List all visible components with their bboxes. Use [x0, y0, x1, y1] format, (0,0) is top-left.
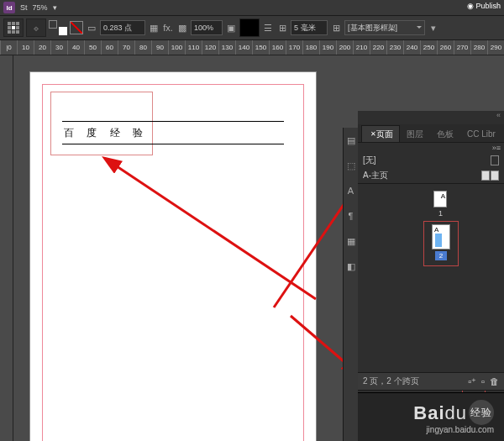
publish-button[interactable]: ◉ Publish: [467, 2, 501, 10]
page-thumb-2[interactable]: A: [432, 224, 450, 249]
ruler-tick: 280: [470, 40, 487, 55]
panel-below: [358, 392, 504, 441]
tab-cc-libraries[interactable]: CC Libr: [460, 125, 502, 142]
page-master-letter: A: [441, 192, 445, 200]
workspace: 百 度 经 验 ▤ ⬚ A ¶ ▦ ◧ « ✕页面 图层 色板 CC Libr …: [0, 55, 504, 441]
ruler-tick: 50: [84, 40, 101, 55]
ruler-tick: 100: [168, 40, 185, 55]
opacity-input[interactable]: 100%: [191, 20, 223, 35]
page-thumb-1[interactable]: A: [433, 191, 447, 207]
ruler-tick: 150: [252, 40, 269, 55]
ruler-tick: 70: [118, 40, 134, 55]
chevron-down-icon[interactable]: ▾: [428, 22, 439, 34]
ruler-tick: 260: [437, 40, 454, 55]
dock-icon[interactable]: A: [344, 178, 358, 203]
control-bar: ⟐ ▭ 0.283 点 ▦ fx. ▩ 100% ▣ ☰ ⊞ 5 毫米 ⊞ [基…: [0, 15, 504, 40]
pages-panel-footer: 2 页，2 个跨页 ▫⁺ ▫ 🗑: [358, 372, 504, 391]
tab-swatches[interactable]: 色板: [430, 125, 460, 142]
page-number-1: 1: [438, 209, 443, 218]
master-label: A-主页: [363, 170, 388, 181]
zoom-chevron-icon[interactable]: ▾: [53, 3, 57, 12]
ruler-tick: 120: [202, 40, 218, 55]
ruler-tick: 20: [34, 40, 50, 55]
trash-icon[interactable]: 🗑: [490, 376, 499, 387]
distribute-icon[interactable]: ⊞: [276, 22, 288, 34]
fx-button[interactable]: fx.: [162, 22, 174, 34]
ruler-tick: 210: [353, 40, 370, 55]
ruler-tick: |0: [0, 40, 17, 55]
collapsed-dock[interactable]: ▤ ⬚ A ¶ ▦ ◧: [343, 128, 358, 441]
align-icon[interactable]: ☰: [262, 22, 274, 34]
panel-menu-icon[interactable]: »≡: [358, 143, 504, 153]
page-number-2: 2: [435, 251, 447, 260]
table-icon[interactable]: ▦: [148, 22, 160, 34]
page-count-label: 2 页，2 个跨页: [363, 375, 419, 387]
bridge-label[interactable]: St: [20, 3, 28, 12]
ruler-tick: 250: [420, 40, 437, 55]
document-page[interactable]: 百 度 经 验: [30, 72, 316, 441]
ruler-tick: 160: [269, 40, 286, 55]
ruler-tick: 240: [403, 40, 420, 55]
page-selection-highlight: [435, 234, 442, 247]
canvas-area[interactable]: 百 度 经 验: [13, 55, 358, 441]
wrap-icon[interactable]: ▣: [225, 22, 237, 34]
app-titlebar: Id St 75% ▾: [0, 0, 504, 15]
ruler-tick: 30: [50, 40, 67, 55]
dock-icon[interactable]: ⬚: [344, 153, 358, 178]
link-constrain-icon[interactable]: ⟐: [26, 18, 46, 37]
ruler-tick: 290: [487, 40, 504, 55]
vertical-ruler: [0, 55, 13, 441]
stroke-weight-input[interactable]: 0.283 点: [100, 20, 145, 35]
panel-collapse-icon[interactable]: «: [358, 111, 504, 124]
object-style-select[interactable]: [基本图形框架]: [344, 20, 425, 35]
master-none-row[interactable]: [无]: [358, 153, 504, 168]
page-master-letter: A: [434, 226, 438, 234]
swatch-black[interactable]: [239, 18, 260, 37]
dock-icon[interactable]: ▤: [344, 128, 358, 153]
publish-label: Publish: [475, 2, 501, 10]
ruler-tick: 110: [185, 40, 202, 55]
tab-pages[interactable]: ✕页面: [361, 125, 400, 142]
ruler-tick: 80: [134, 40, 151, 55]
ruler-tick: 140: [235, 40, 252, 55]
edit-page-size-icon[interactable]: ▫⁺: [468, 376, 476, 387]
ruler-tick: 180: [302, 40, 319, 55]
master-thumb-pair: [481, 171, 499, 181]
ruler-tick: 200: [336, 40, 353, 55]
panel-dock: ▤ ⬚ A ¶ ▦ ◧ « ✕页面 图层 色板 CC Libr »≡ [无] A…: [358, 111, 504, 441]
header-textframe[interactable]: 百 度 经 验: [62, 121, 284, 144]
opacity-icon: ▩: [176, 22, 188, 34]
ruler-tick: 90: [151, 40, 168, 55]
close-icon[interactable]: ✕: [370, 130, 376, 138]
fill-stroke-swatch[interactable]: [49, 20, 67, 35]
tab-label: 页面: [376, 129, 393, 140]
ruler-tick: 220: [370, 40, 386, 55]
tab-layers[interactable]: 图层: [400, 125, 430, 142]
grid-icon[interactable]: ⊞: [330, 22, 342, 34]
dock-icon[interactable]: ¶: [344, 203, 358, 228]
ruler-tick: 10: [17, 40, 34, 55]
stroke-weight-icon: ▭: [86, 22, 97, 34]
ruler-tick: 130: [218, 40, 235, 55]
master-label: [无]: [363, 155, 376, 166]
app-icon: Id: [3, 2, 15, 13]
zoom-level[interactable]: 75%: [33, 3, 48, 12]
horizontal-ruler: |010203040506070809010011012013014015016…: [0, 40, 504, 55]
ruler-tick: 270: [454, 40, 470, 55]
master-a-row[interactable]: A-主页: [358, 168, 504, 183]
new-page-icon[interactable]: ▫: [481, 376, 485, 387]
dock-icon[interactable]: ◧: [344, 254, 358, 279]
ruler-tick: 170: [286, 40, 302, 55]
master-thumb: [491, 155, 499, 165]
ruler-tick: 60: [101, 40, 118, 55]
no-fill-icon[interactable]: [70, 21, 83, 34]
corner-ref-picker[interactable]: [3, 18, 24, 37]
ruler-tick: 230: [386, 40, 403, 55]
ruler-tick: 40: [67, 40, 84, 55]
panel-tabs: ✕页面 图层 色板 CC Libr: [358, 124, 504, 143]
dock-icon[interactable]: ▦: [344, 228, 358, 254]
spacing-input[interactable]: 5 毫米: [291, 20, 328, 35]
ruler-tick: 190: [319, 40, 336, 55]
